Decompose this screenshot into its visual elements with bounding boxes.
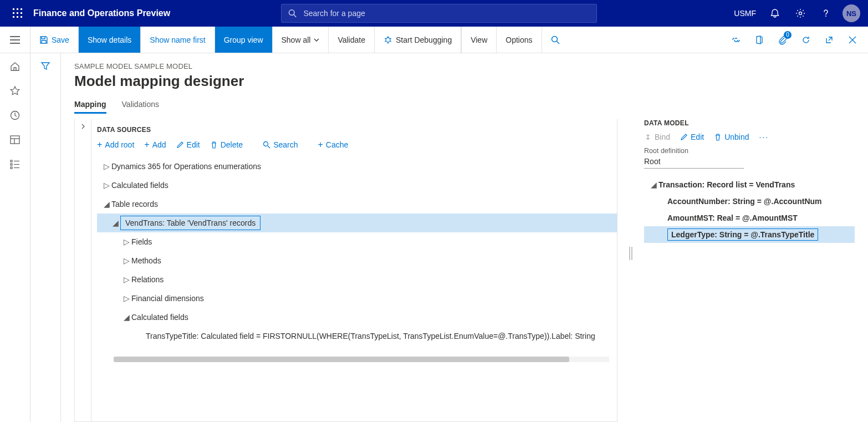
save-button[interactable]: Save xyxy=(30,27,79,53)
tree-row[interactable]: TransTypeTitle: Calculated field = FIRST… xyxy=(97,327,617,345)
expand-icon[interactable]: ▷ xyxy=(121,275,131,284)
data-model-panel: DATA MODEL Bind Edit Unbind ··· Root def… xyxy=(644,119,855,422)
ds-toolbar: +Add root +Add Edit Delete Search +Cache xyxy=(97,139,617,155)
svg-line-24 xyxy=(556,41,559,44)
svg-line-22 xyxy=(390,41,391,42)
more-button[interactable]: ··· xyxy=(759,133,769,141)
view-button[interactable]: View xyxy=(461,27,497,53)
expand-icon[interactable]: ▷ xyxy=(101,162,111,171)
popout-icon[interactable] xyxy=(818,27,840,53)
cache-button[interactable]: +Cache xyxy=(318,140,349,149)
show-details-button[interactable]: Show details xyxy=(79,27,141,53)
recent-icon[interactable] xyxy=(9,110,21,121)
favorites-icon[interactable] xyxy=(9,85,21,96)
delete-button[interactable]: Delete xyxy=(210,140,243,149)
hscrollbar[interactable] xyxy=(114,357,609,362)
plus-icon: + xyxy=(144,140,149,149)
show-name-first-button[interactable]: Show name first xyxy=(141,27,215,53)
start-debugging-button[interactable]: Start Debugging xyxy=(375,27,461,53)
options-button[interactable]: Options xyxy=(497,27,542,53)
tree-row[interactable]: ▷Fields xyxy=(97,232,617,251)
workspaces-icon[interactable] xyxy=(9,134,21,145)
tree-row[interactable]: ◢Table records xyxy=(97,195,617,213)
workspace: SAMPLE MODEL SAMPLE MODEL Model mapping … xyxy=(0,53,868,422)
nav-toggle-button[interactable] xyxy=(0,27,30,53)
command-bar: Save Show details Show name first Group … xyxy=(0,27,868,53)
plus-icon: + xyxy=(97,140,102,149)
collapse-icon[interactable]: ◢ xyxy=(101,200,111,209)
expand-icon[interactable]: ▷ xyxy=(121,294,131,303)
tree-row[interactable]: ▷Financial dimensions xyxy=(97,289,617,308)
show-all-dropdown[interactable]: Show all xyxy=(273,27,329,53)
tabs: Mapping Validations xyxy=(74,100,855,114)
collapse-icon[interactable]: ◢ xyxy=(649,180,658,189)
tree-row[interactable]: AccountNumber: String = @.AccountNum xyxy=(644,193,855,210)
collapse-toggle[interactable] xyxy=(75,119,91,421)
refresh-icon[interactable] xyxy=(795,27,817,53)
svg-point-12 xyxy=(825,16,826,17)
trash-icon xyxy=(714,133,722,141)
svg-rect-8 xyxy=(21,16,22,18)
attachments-icon[interactable]: 0 xyxy=(772,27,794,53)
company-label[interactable]: USMF xyxy=(728,0,762,27)
tree-row[interactable]: ◢Calculated fields xyxy=(97,308,617,327)
app-title: Finance and Operations Preview xyxy=(33,8,170,18)
root-definition-value[interactable]: Root xyxy=(644,155,744,169)
splitter-handle[interactable] xyxy=(626,119,635,422)
chevron-right-icon xyxy=(80,124,86,129)
tab-validations[interactable]: Validations xyxy=(122,100,159,114)
edit-button[interactable]: Edit xyxy=(176,140,200,149)
tree-row-selected[interactable]: LedgerType: String = @.TransTypeTitle xyxy=(644,226,855,243)
app-launcher-icon[interactable] xyxy=(4,0,31,27)
tree-row[interactable]: AmountMST: Real = @.AmountMST xyxy=(644,210,855,226)
filter-icon[interactable] xyxy=(40,61,50,422)
user-avatar[interactable]: NS xyxy=(839,0,864,27)
left-rail xyxy=(0,53,30,422)
close-icon[interactable] xyxy=(841,27,864,53)
attachments-badge: 0 xyxy=(784,31,792,39)
group-view-button[interactable]: Group view xyxy=(215,27,273,53)
search-button[interactable]: Search xyxy=(263,140,298,149)
start-debugging-label: Start Debugging xyxy=(396,35,452,44)
save-label: Save xyxy=(52,35,69,44)
collapse-icon[interactable]: ◢ xyxy=(110,218,120,227)
data-sources-header: DATA SOURCES xyxy=(97,126,617,134)
add-button[interactable]: +Add xyxy=(144,140,166,149)
tree-row[interactable]: ▷Calculated fields xyxy=(97,176,617,195)
settings-icon[interactable] xyxy=(788,0,813,27)
svg-point-37 xyxy=(264,142,268,146)
expand-icon[interactable]: ▷ xyxy=(121,256,131,265)
tab-mapping[interactable]: Mapping xyxy=(74,100,106,114)
expand-icon[interactable]: ▷ xyxy=(101,181,111,190)
search-input[interactable] xyxy=(302,8,590,18)
tree-row[interactable]: ▷Relations xyxy=(97,270,617,289)
save-icon xyxy=(39,35,48,44)
modules-icon[interactable] xyxy=(9,159,21,170)
svg-rect-2 xyxy=(21,8,22,10)
help-icon[interactable] xyxy=(814,0,838,27)
edit-button[interactable]: Edit xyxy=(680,133,704,141)
validate-button[interactable]: Validate xyxy=(329,27,375,53)
data-model-header: DATA MODEL xyxy=(644,119,855,127)
global-search[interactable] xyxy=(281,4,597,23)
svg-line-19 xyxy=(385,38,386,39)
svg-point-23 xyxy=(552,36,557,42)
svg-rect-0 xyxy=(13,8,14,10)
notifications-icon[interactable] xyxy=(763,0,787,27)
add-root-button[interactable]: +Add root xyxy=(97,140,134,149)
unbind-button[interactable]: Unbind xyxy=(714,133,749,141)
dm-toolbar: Bind Edit Unbind ··· xyxy=(644,133,855,141)
office-icon[interactable] xyxy=(748,27,770,53)
tree-row[interactable]: ▷Methods xyxy=(97,251,617,270)
home-icon[interactable] xyxy=(9,61,21,72)
tree-row[interactable]: ◢Transaction: Record list = VendTrans xyxy=(644,176,855,193)
expand-icon[interactable]: ▷ xyxy=(121,237,131,246)
tree-row[interactable]: ▷Dynamics 365 for Operations enumeration… xyxy=(97,157,617,176)
validate-label: Validate xyxy=(338,35,365,44)
find-button[interactable] xyxy=(542,27,569,53)
debug-icon xyxy=(384,35,392,44)
link-icon[interactable] xyxy=(725,27,747,53)
tree-row-selected[interactable]: ◢VendTrans: Table 'VendTrans' records xyxy=(97,213,617,232)
chevron-down-icon xyxy=(314,38,319,42)
collapse-icon[interactable]: ◢ xyxy=(121,313,131,322)
